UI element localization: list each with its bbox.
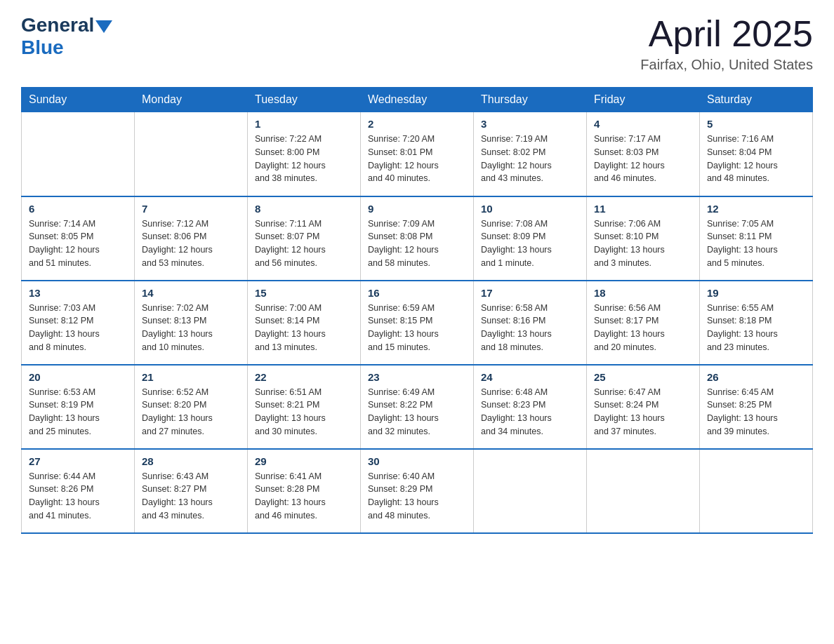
day-info: Sunrise: 6:44 AM Sunset: 8:26 PM Dayligh… [29,470,127,523]
calendar-cell: 12Sunrise: 7:05 AM Sunset: 8:11 PM Dayli… [700,196,813,281]
day-info: Sunrise: 6:41 AM Sunset: 8:28 PM Dayligh… [255,470,353,523]
calendar-cell: 20Sunrise: 6:53 AM Sunset: 8:19 PM Dayli… [22,365,135,449]
day-number: 9 [368,203,466,215]
day-info: Sunrise: 7:11 AM Sunset: 8:07 PM Dayligh… [255,217,353,270]
day-info: Sunrise: 7:08 AM Sunset: 8:09 PM Dayligh… [481,217,579,270]
calendar-cell: 7Sunrise: 7:12 AM Sunset: 8:06 PM Daylig… [135,196,248,281]
calendar-cell [587,449,700,533]
day-number: 27 [29,455,127,467]
day-number: 4 [594,118,692,130]
day-info: Sunrise: 6:40 AM Sunset: 8:29 PM Dayligh… [368,470,466,523]
calendar-cell: 3Sunrise: 7:19 AM Sunset: 8:02 PM Daylig… [474,112,587,196]
calendar-cell: 21Sunrise: 6:52 AM Sunset: 8:20 PM Dayli… [135,365,248,449]
day-number: 2 [368,118,466,130]
day-number: 18 [594,287,692,299]
day-info: Sunrise: 7:20 AM Sunset: 8:01 PM Dayligh… [368,133,466,185]
calendar-week-row: 1Sunrise: 7:22 AM Sunset: 8:00 PM Daylig… [22,112,813,196]
month-title: April 2025 [640,14,813,54]
day-info: Sunrise: 6:52 AM Sunset: 8:20 PM Dayligh… [142,386,240,438]
calendar-cell: 16Sunrise: 6:59 AM Sunset: 8:15 PM Dayli… [361,281,474,365]
day-number: 12 [707,203,805,215]
day-number: 30 [368,455,466,467]
calendar-cell: 18Sunrise: 6:56 AM Sunset: 8:17 PM Dayli… [587,281,700,365]
day-number: 7 [142,203,240,215]
calendar-cell: 14Sunrise: 7:02 AM Sunset: 8:13 PM Dayli… [135,281,248,365]
day-number: 1 [255,118,353,130]
day-of-week-header: Friday [587,88,700,112]
calendar-cell: 6Sunrise: 7:14 AM Sunset: 8:05 PM Daylig… [22,196,135,281]
day-number: 6 [29,203,127,215]
day-info: Sunrise: 7:03 AM Sunset: 8:12 PM Dayligh… [29,302,127,354]
calendar-cell [135,112,248,196]
calendar-week-row: 20Sunrise: 6:53 AM Sunset: 8:19 PM Dayli… [22,365,813,449]
day-info: Sunrise: 7:06 AM Sunset: 8:10 PM Dayligh… [594,217,692,270]
logo-arrow-icon [95,20,112,33]
day-number: 22 [255,371,353,383]
day-number: 3 [481,118,579,130]
day-info: Sunrise: 7:05 AM Sunset: 8:11 PM Dayligh… [707,217,805,270]
calendar-cell: 15Sunrise: 7:00 AM Sunset: 8:14 PM Dayli… [248,281,361,365]
day-number: 10 [481,203,579,215]
day-info: Sunrise: 6:48 AM Sunset: 8:23 PM Dayligh… [481,386,579,438]
day-info: Sunrise: 6:43 AM Sunset: 8:27 PM Dayligh… [142,470,240,523]
calendar-cell: 8Sunrise: 7:11 AM Sunset: 8:07 PM Daylig… [248,196,361,281]
day-number: 5 [707,118,805,130]
logo: General Blue [21,14,112,59]
day-of-week-header: Tuesday [248,88,361,112]
day-info: Sunrise: 6:51 AM Sunset: 8:21 PM Dayligh… [255,386,353,438]
calendar-header: SundayMondayTuesdayWednesdayThursdayFrid… [22,88,813,112]
day-number: 24 [481,371,579,383]
day-number: 23 [368,371,466,383]
day-number: 13 [29,287,127,299]
calendar-cell [22,112,135,196]
day-number: 21 [142,371,240,383]
days-of-week-row: SundayMondayTuesdayWednesdayThursdayFrid… [22,88,813,112]
calendar-cell: 19Sunrise: 6:55 AM Sunset: 8:18 PM Dayli… [700,281,813,365]
day-number: 8 [255,203,353,215]
day-info: Sunrise: 6:47 AM Sunset: 8:24 PM Dayligh… [594,386,692,438]
day-number: 28 [142,455,240,467]
day-info: Sunrise: 6:45 AM Sunset: 8:25 PM Dayligh… [707,386,805,438]
day-info: Sunrise: 7:19 AM Sunset: 8:02 PM Dayligh… [481,133,579,185]
day-number: 25 [594,371,692,383]
title-block: April 2025 Fairfax, Ohio, United States [640,14,813,73]
calendar-cell: 17Sunrise: 6:58 AM Sunset: 8:16 PM Dayli… [474,281,587,365]
calendar-cell: 10Sunrise: 7:08 AM Sunset: 8:09 PM Dayli… [474,196,587,281]
calendar-cell: 27Sunrise: 6:44 AM Sunset: 8:26 PM Dayli… [22,449,135,533]
calendar-cell [474,449,587,533]
day-info: Sunrise: 7:14 AM Sunset: 8:05 PM Dayligh… [29,217,127,270]
calendar-cell: 5Sunrise: 7:16 AM Sunset: 8:04 PM Daylig… [700,112,813,196]
page-header: General Blue April 2025 Fairfax, Ohio, U… [21,14,813,73]
day-info: Sunrise: 7:16 AM Sunset: 8:04 PM Dayligh… [707,133,805,185]
day-number: 11 [594,203,692,215]
location-text: Fairfax, Ohio, United States [640,57,813,73]
calendar-cell: 29Sunrise: 6:41 AM Sunset: 8:28 PM Dayli… [248,449,361,533]
logo-blue-text: Blue [21,36,64,59]
day-info: Sunrise: 7:00 AM Sunset: 8:14 PM Dayligh… [255,302,353,354]
calendar-cell: 22Sunrise: 6:51 AM Sunset: 8:21 PM Dayli… [248,365,361,449]
day-info: Sunrise: 6:49 AM Sunset: 8:22 PM Dayligh… [368,386,466,438]
calendar-cell: 26Sunrise: 6:45 AM Sunset: 8:25 PM Dayli… [700,365,813,449]
day-info: Sunrise: 7:02 AM Sunset: 8:13 PM Dayligh… [142,302,240,354]
day-number: 17 [481,287,579,299]
day-number: 16 [368,287,466,299]
calendar-cell [700,449,813,533]
day-info: Sunrise: 7:22 AM Sunset: 8:00 PM Dayligh… [255,133,353,185]
day-number: 29 [255,455,353,467]
day-number: 15 [255,287,353,299]
day-info: Sunrise: 7:12 AM Sunset: 8:06 PM Dayligh… [142,217,240,270]
calendar-cell: 4Sunrise: 7:17 AM Sunset: 8:03 PM Daylig… [587,112,700,196]
day-of-week-header: Thursday [474,88,587,112]
calendar-cell: 30Sunrise: 6:40 AM Sunset: 8:29 PM Dayli… [361,449,474,533]
day-number: 26 [707,371,805,383]
day-of-week-header: Sunday [22,88,135,112]
day-info: Sunrise: 6:59 AM Sunset: 8:15 PM Dayligh… [368,302,466,354]
day-info: Sunrise: 6:56 AM Sunset: 8:17 PM Dayligh… [594,302,692,354]
calendar-cell: 11Sunrise: 7:06 AM Sunset: 8:10 PM Dayli… [587,196,700,281]
calendar-cell: 1Sunrise: 7:22 AM Sunset: 8:00 PM Daylig… [248,112,361,196]
day-info: Sunrise: 6:58 AM Sunset: 8:16 PM Dayligh… [481,302,579,354]
day-info: Sunrise: 6:53 AM Sunset: 8:19 PM Dayligh… [29,386,127,438]
calendar-cell: 9Sunrise: 7:09 AM Sunset: 8:08 PM Daylig… [361,196,474,281]
day-info: Sunrise: 7:09 AM Sunset: 8:08 PM Dayligh… [368,217,466,270]
calendar-cell: 13Sunrise: 7:03 AM Sunset: 8:12 PM Dayli… [22,281,135,365]
